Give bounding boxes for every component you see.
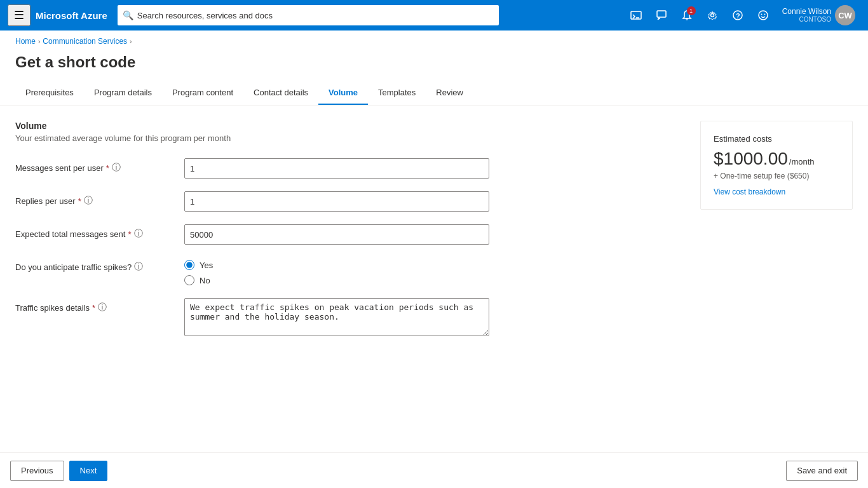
breadcrumb-sep-1: › [38,38,40,45]
messages-per-user-row: Messages sent per user * ⓘ [15,158,685,179]
expected-total-label: Expected total messages sent * ⓘ [15,224,174,240]
breadcrumb-sep-2: › [130,38,132,45]
tab-program-content[interactable]: Program content [162,81,243,105]
traffic-details-label: Traffic spikes details * ⓘ [15,298,174,313]
notification-badge: 1 [687,6,696,15]
required-star-3: * [128,229,131,239]
tab-volume[interactable]: Volume [318,81,368,105]
replies-per-user-label: Replies per user * ⓘ [15,191,174,207]
expected-total-input[interactable] [184,224,489,245]
traffic-spikes-yes-radio[interactable] [184,260,194,270]
search-input[interactable] [137,11,494,20]
breadcrumb-service[interactable]: Communication Services [43,37,127,46]
feedback-button[interactable] [650,4,673,27]
cloud-shell-button[interactable] [625,4,648,27]
traffic-spikes-no-option[interactable]: No [184,275,685,285]
messages-per-user-label: Messages sent per user * ⓘ [15,158,174,173]
svg-point-8 [759,11,768,20]
page-title: Get a short code [0,48,868,81]
required-star-4: * [92,303,95,313]
expected-total-row: Expected total messages sent * ⓘ [15,224,685,245]
tab-contact-details[interactable]: Contact details [243,81,318,105]
user-menu[interactable]: Connie Wilson CONTOSO CW [777,3,860,28]
messages-per-user-input[interactable] [184,158,489,179]
svg-point-9 [761,14,762,15]
tab-templates[interactable]: Templates [368,81,426,105]
breadcrumb: Home › Communication Services › [0,30,868,48]
view-cost-breakdown-link[interactable]: View cost breakdown [714,187,785,196]
tab-program-details[interactable]: Program details [84,81,162,105]
topbar: ☰ Microsoft Azure 🔍 1 ? Connie Wilson CO… [0,0,868,30]
info-icon-spikes[interactable]: ⓘ [134,261,143,273]
avatar: CW [835,5,855,25]
traffic-spikes-options: Yes No [184,257,685,285]
traffic-details-row: Traffic spikes details * ⓘ We expect tra… [15,298,685,338]
form-area: Volume Your estimated average volume for… [15,121,685,351]
traffic-spikes-row: Do you anticipate traffic spikes? ⓘ Yes … [15,257,685,285]
main-content: Volume Your estimated average volume for… [0,105,868,366]
azure-logo: Microsoft Azure [36,10,107,21]
svg-point-4 [686,19,688,20]
section-subtitle: Your estimated average volume for this p… [15,133,685,143]
svg-text:?: ? [736,12,740,20]
section-title: Volume [15,121,685,131]
required-star-1: * [106,163,109,173]
cost-panel: Estimated costs $1000.00/month + One-tim… [700,121,853,210]
cost-setup-fee: + One-time setup fee ($650) [714,172,839,180]
topbar-icons: 1 ? Connie Wilson CONTOSO CW [625,3,860,28]
info-icon-details[interactable]: ⓘ [98,302,107,313]
settings-button[interactable] [701,4,724,27]
search-bar: 🔍 [118,5,499,25]
cost-amount: $1000.00/month [714,149,839,169]
replies-per-user-input[interactable] [184,191,489,212]
help-button[interactable]: ? [726,4,749,27]
expected-total-input-area [184,224,685,245]
traffic-spikes-label: Do you anticipate traffic spikes? ⓘ [15,257,174,273]
notifications-button[interactable]: 1 [675,4,698,27]
search-icon: 🔍 [123,10,133,20]
required-star-2: * [78,196,81,206]
svg-rect-2 [657,11,666,17]
traffic-spikes-yes-option[interactable]: Yes [184,260,685,270]
traffic-details-textarea[interactable]: We expect traffic spikes on peak vacatio… [184,298,489,336]
replies-per-user-row: Replies per user * ⓘ [15,191,685,212]
traffic-spikes-no-radio[interactable] [184,275,194,285]
breadcrumb-home[interactable]: Home [15,37,36,46]
feedback-smiley-button[interactable] [752,4,775,27]
svg-point-10 [764,14,765,15]
traffic-details-input-area: We expect traffic spikes on peak vacatio… [184,298,685,338]
user-info: Connie Wilson CONTOSO [782,7,831,24]
tab-review[interactable]: Review [426,81,473,105]
estimated-costs-label: Estimated costs [714,134,839,144]
info-icon-replies[interactable]: ⓘ [84,195,93,207]
tab-prerequisites[interactable]: Prerequisites [15,81,84,105]
replies-per-user-input-area [184,191,685,212]
messages-per-user-input-area [184,158,685,179]
info-icon-expected[interactable]: ⓘ [134,228,143,240]
tabs-nav: Prerequisites Program details Program co… [0,81,868,105]
info-icon-messages[interactable]: ⓘ [112,162,121,173]
hamburger-menu-button[interactable]: ☰ [8,4,31,26]
svg-point-5 [710,14,714,17]
